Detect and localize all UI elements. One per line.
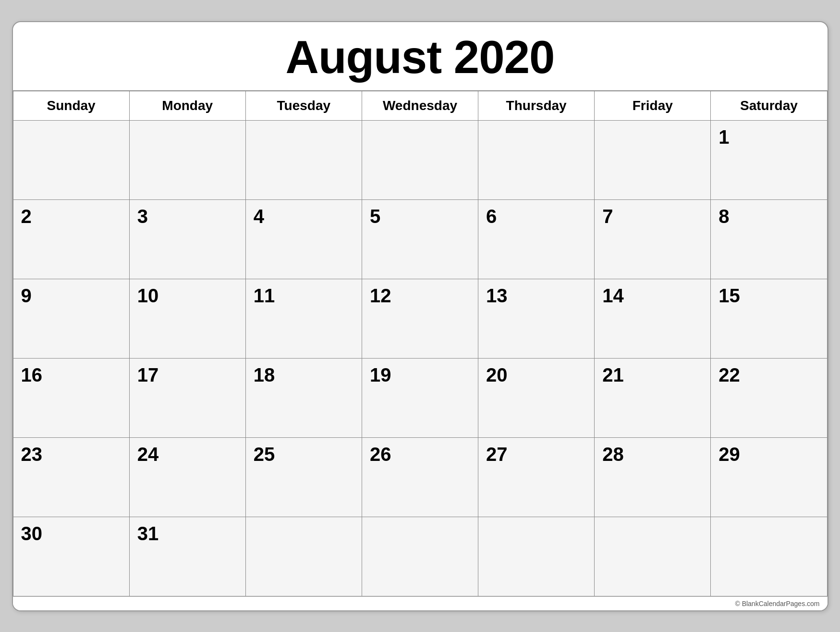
calendar-week-4: 16171819202122 [13, 358, 827, 437]
calendar-day-empty [245, 120, 362, 199]
calendar-day-3: 3 [129, 199, 245, 279]
calendar-day-empty [595, 120, 711, 199]
day-header-tuesday: Tuesday [245, 91, 362, 121]
day-header-saturday: Saturday [711, 91, 827, 121]
calendar-day-20: 20 [478, 358, 595, 437]
calendar-day-18: 18 [245, 358, 362, 437]
calendar-day-15: 15 [711, 279, 827, 358]
calendar-day-26: 26 [362, 437, 478, 517]
calendar-day-24: 24 [129, 437, 245, 517]
calendar-week-3: 9101112131415 [13, 279, 827, 358]
calendar-day-empty [362, 517, 478, 596]
calendar-day-13: 13 [478, 279, 595, 358]
calendar-day-30: 30 [13, 517, 129, 596]
calendar-day-27: 27 [478, 437, 595, 517]
calendar-day-5: 5 [362, 199, 478, 279]
calendar-day-14: 14 [595, 279, 711, 358]
calendar-day-31: 31 [129, 517, 245, 596]
calendar-day-10: 10 [129, 279, 245, 358]
day-header-row: SundayMondayTuesdayWednesdayThursdayFrid… [13, 91, 827, 121]
calendar-grid: SundayMondayTuesdayWednesdayThursdayFrid… [13, 90, 828, 596]
calendar-day-22: 22 [711, 358, 827, 437]
watermark: © BlankCalendarPages.com [13, 596, 828, 610]
calendar-week-5: 23242526272829 [13, 437, 827, 517]
calendar-day-1: 1 [711, 120, 827, 199]
day-header-thursday: Thursday [478, 91, 595, 121]
calendar-day-25: 25 [245, 437, 362, 517]
calendar-day-6: 6 [478, 199, 595, 279]
calendar-day-19: 19 [362, 358, 478, 437]
calendar-day-empty [129, 120, 245, 199]
calendar-body: 1234567891011121314151617181920212223242… [13, 120, 827, 596]
calendar-day-4: 4 [245, 199, 362, 279]
calendar-day-16: 16 [13, 358, 129, 437]
calendar-day-empty [362, 120, 478, 199]
calendar-week-6: 3031 [13, 517, 827, 596]
calendar-day-11: 11 [245, 279, 362, 358]
calendar-title: August 2020 [13, 22, 828, 90]
calendar-container: August 2020 SundayMondayTuesdayWednesday… [12, 21, 828, 611]
calendar-day-23: 23 [13, 437, 129, 517]
calendar-day-21: 21 [595, 358, 711, 437]
calendar-day-9: 9 [13, 279, 129, 358]
calendar-day-12: 12 [362, 279, 478, 358]
calendar-day-2: 2 [13, 199, 129, 279]
calendar-day-empty [711, 517, 827, 596]
calendar-day-empty [478, 120, 595, 199]
calendar-day-empty [478, 517, 595, 596]
calendar-day-empty [245, 517, 362, 596]
day-header-monday: Monday [129, 91, 245, 121]
day-header-friday: Friday [595, 91, 711, 121]
day-header-sunday: Sunday [13, 91, 129, 121]
calendar-day-29: 29 [711, 437, 827, 517]
calendar-day-7: 7 [595, 199, 711, 279]
calendar-day-28: 28 [595, 437, 711, 517]
calendar-week-2: 2345678 [13, 199, 827, 279]
calendar-day-17: 17 [129, 358, 245, 437]
calendar-day-empty [595, 517, 711, 596]
calendar-day-empty [13, 120, 129, 199]
day-header-wednesday: Wednesday [362, 91, 478, 121]
calendar-day-8: 8 [711, 199, 827, 279]
calendar-week-1: 1 [13, 120, 827, 199]
